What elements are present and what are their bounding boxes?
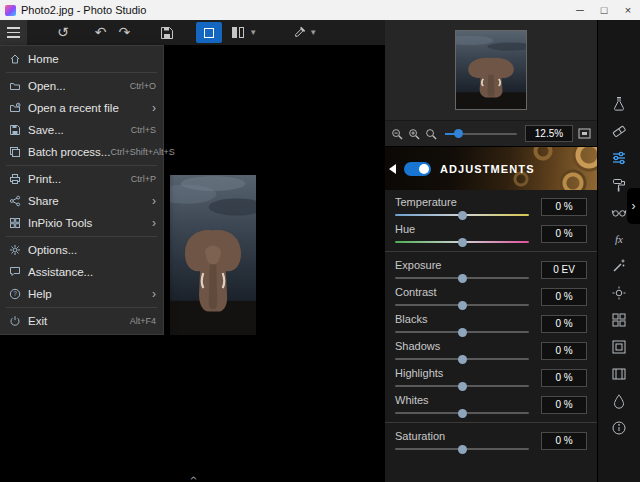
blacks-value[interactable]: 0 % [541, 315, 587, 333]
slider-thumb[interactable] [458, 211, 467, 220]
menu-item-open[interactable]: Open... Ctrl+O [0, 75, 163, 97]
split-view-button[interactable]: ▼ [232, 27, 257, 38]
split-view-icon [232, 27, 237, 38]
hue-value[interactable]: 0 % [541, 225, 587, 243]
zoom-value[interactable]: 12.5% [525, 125, 573, 142]
whites-value[interactable]: 0 % [541, 396, 587, 414]
drop-icon[interactable] [598, 387, 640, 414]
temperature-value[interactable]: 0 % [541, 198, 587, 216]
eraser-icon[interactable] [598, 117, 640, 144]
slider-thumb[interactable] [458, 409, 467, 418]
frame-icon[interactable] [598, 333, 640, 360]
collapse-panel-icon[interactable] [389, 164, 396, 174]
menu-separator [6, 236, 157, 237]
slider-row-whites: Whites 0 % [395, 395, 587, 414]
expand-bottom-panel-icon[interactable]: › [188, 476, 198, 480]
tools-sidebar: fx › [597, 20, 640, 482]
slider-thumb[interactable] [458, 238, 467, 247]
wand-icon[interactable] [598, 252, 640, 279]
exposure-slider[interactable] [395, 277, 529, 279]
shadows-slider[interactable] [395, 358, 529, 360]
slider-thumb[interactable] [458, 382, 467, 391]
main-toolbar: ↺ ↶ ↷ ▼ ▼ [0, 20, 385, 45]
slider-label: Highlights [395, 368, 541, 379]
menu-item-open-recent[interactable]: Open a recent file › [0, 97, 163, 119]
rotate-reset-icon[interactable]: ↺ [57, 20, 69, 45]
grid-icon[interactable] [598, 306, 640, 333]
titlebar: Photo2.jpg - Photo Studio ─ □ × [0, 0, 640, 20]
undo-icon[interactable]: ↶ [95, 20, 107, 45]
zoom-reset-icon[interactable] [425, 128, 437, 140]
batch-stack-icon [6, 146, 23, 158]
power-icon [6, 315, 23, 327]
fit-screen-icon[interactable] [578, 127, 591, 140]
slider-thumb[interactable] [458, 445, 467, 454]
slider-thumb[interactable] [458, 355, 467, 364]
fx-icon[interactable]: fx [598, 225, 640, 252]
menu-item-batch-process[interactable]: Batch process... Ctrl+Shift+Alt+S [0, 141, 163, 163]
menu-item-assistance[interactable]: Assistance... [0, 261, 163, 283]
submenu-arrow-icon: › [152, 103, 156, 113]
single-view-icon [204, 28, 214, 38]
blacks-slider[interactable] [395, 331, 529, 333]
single-view-button[interactable] [196, 22, 222, 43]
slider-thumb[interactable] [458, 301, 467, 310]
save-icon[interactable] [160, 26, 174, 40]
menu-item-save[interactable]: Save... Ctrl+S [0, 119, 163, 141]
contrast-slider[interactable] [395, 304, 529, 306]
adjustments-toggle[interactable] [404, 162, 431, 176]
zoom-slider[interactable] [445, 133, 517, 135]
app-logo-icon [5, 5, 16, 16]
photo-studio-window: Photo2.jpg - Photo Studio ─ □ × ↺ ↶ ↷ [0, 0, 640, 482]
slider-row-temperature: Temperature 0 % [395, 197, 587, 216]
whites-slider[interactable] [395, 412, 529, 414]
zoom-slider-fill [445, 133, 454, 135]
menu-item-share[interactable]: Share › [0, 190, 163, 212]
contrast-value[interactable]: 0 % [541, 288, 587, 306]
film-icon[interactable] [598, 360, 640, 387]
flask-icon[interactable] [598, 90, 640, 117]
temperature-slider[interactable] [395, 214, 529, 216]
highlights-slider[interactable] [395, 385, 529, 387]
saturation-slider[interactable] [395, 448, 529, 450]
submenu-arrow-icon: › [152, 218, 156, 228]
navigator-preview [385, 20, 597, 120]
slider-label: Temperature [395, 197, 541, 208]
close-button[interactable]: × [616, 0, 640, 20]
hue-slider[interactable] [395, 241, 529, 243]
slider-label: Saturation [395, 431, 541, 442]
menu-item-options[interactable]: Options... [0, 239, 163, 261]
adjustments-sliders-icon[interactable] [598, 144, 640, 171]
shadows-value[interactable]: 0 % [541, 342, 587, 360]
hamburger-menu-button[interactable] [0, 20, 27, 45]
minimize-button[interactable]: ─ [568, 0, 592, 20]
menu-separator [6, 72, 157, 73]
window-title: Photo2.jpg - Photo Studio [21, 4, 146, 16]
slider-thumb[interactable] [458, 274, 467, 283]
highlights-value[interactable]: 0 % [541, 369, 587, 387]
menu-item-home[interactable]: Home [0, 48, 163, 70]
slider-row-highlights: Highlights 0 % [395, 368, 587, 387]
preview-thumbnail[interactable] [456, 31, 526, 109]
maximize-button[interactable]: □ [592, 0, 616, 20]
sun-icon[interactable] [598, 279, 640, 306]
zoom-out-icon[interactable] [391, 128, 403, 140]
slider-thumb[interactable] [458, 328, 467, 337]
saturation-value[interactable]: 0 % [541, 432, 587, 450]
redo-icon[interactable]: ↷ [118, 20, 130, 45]
zoom-in-icon[interactable] [408, 128, 420, 140]
printer-icon [6, 173, 23, 185]
menu-item-inpixio-tools[interactable]: InPixio Tools › [0, 212, 163, 234]
menu-item-help[interactable]: ? Help › [0, 283, 163, 305]
color-picker-button[interactable]: ▼ [293, 26, 317, 39]
panel-flyout-handle[interactable]: › [627, 188, 640, 224]
zoom-slider-thumb[interactable] [454, 129, 463, 138]
photo-elephant[interactable] [170, 175, 256, 335]
menu-item-exit[interactable]: Exit Alt+F4 [0, 310, 163, 332]
info-icon[interactable] [598, 414, 640, 441]
open-folder-icon [6, 80, 23, 92]
menu-item-print[interactable]: Print... Ctrl+P [0, 168, 163, 190]
window-controls: ─ □ × [568, 0, 640, 20]
slider-row-contrast: Contrast 0 % [395, 287, 587, 306]
exposure-value[interactable]: 0 EV [541, 261, 587, 279]
